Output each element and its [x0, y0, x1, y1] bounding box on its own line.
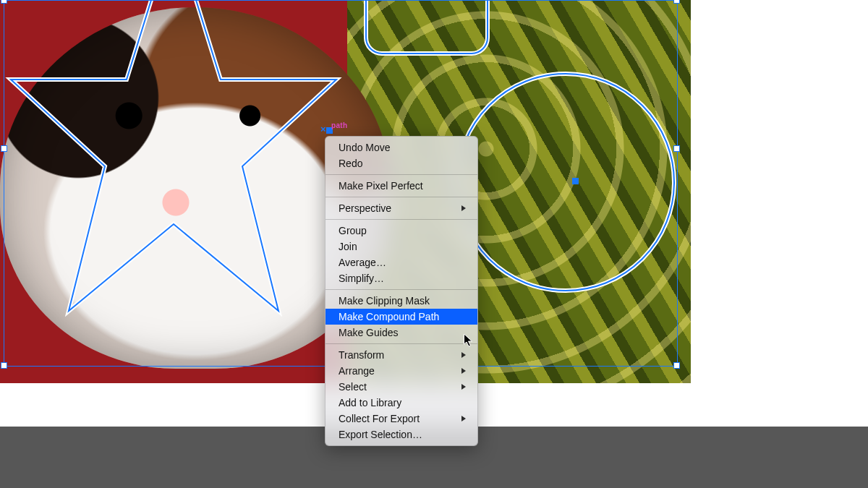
menu-item-make-clipping-mask[interactable]: Make Clipping Mask: [326, 293, 477, 309]
bbox-handle-e[interactable]: [673, 145, 680, 152]
menu-separator: [326, 289, 477, 290]
menu-item-make-pixel-perfect[interactable]: Make Pixel Perfect: [326, 178, 477, 194]
bbox-handle-ne[interactable]: [673, 0, 680, 4]
menu-item-arrange[interactable]: Arrange: [326, 363, 477, 379]
menu-item-transform[interactable]: Transform: [326, 347, 477, 363]
bbox-handle-nw[interactable]: [1, 0, 7, 4]
menu-item-collect-for-export[interactable]: Collect For Export: [326, 411, 477, 427]
menu-separator: [326, 219, 477, 220]
menu-separator: [326, 343, 477, 344]
menu-item-make-compound-path[interactable]: Make Compound Path: [326, 309, 477, 325]
path-label: path: [331, 121, 347, 129]
menu-item-average[interactable]: Average…: [326, 254, 477, 270]
menu-item-add-to-library[interactable]: Add to Library: [326, 395, 477, 411]
menu-item-simplify[interactable]: Simplify…: [326, 270, 477, 286]
menu-item-redo[interactable]: Redo: [326, 155, 477, 171]
anchor-x-icon: ×: [320, 124, 326, 134]
menu-item-export-selection[interactable]: Export Selection…: [326, 427, 477, 442]
bbox-handle-w[interactable]: [1, 145, 7, 152]
bbox-handle-se[interactable]: [673, 362, 680, 369]
app-stage: × path Undo MoveRedoMake Pixel PerfectPe…: [0, 0, 868, 488]
menu-separator: [326, 197, 477, 197]
menu-item-make-guides[interactable]: Make Guides: [326, 325, 477, 341]
menu-separator: [326, 174, 477, 175]
menu-item-join[interactable]: Join: [326, 239, 477, 254]
bbox-handle-sw[interactable]: [1, 362, 7, 369]
menu-item-undo-move[interactable]: Undo Move: [326, 140, 477, 155]
menu-item-select[interactable]: Select: [326, 379, 477, 395]
anchor-circle-right[interactable]: [572, 178, 579, 184]
context-menu[interactable]: Undo MoveRedoMake Pixel PerfectPerspecti…: [325, 136, 478, 446]
menu-item-group[interactable]: Group: [326, 223, 477, 239]
menu-item-perspective[interactable]: Perspective: [326, 200, 477, 216]
